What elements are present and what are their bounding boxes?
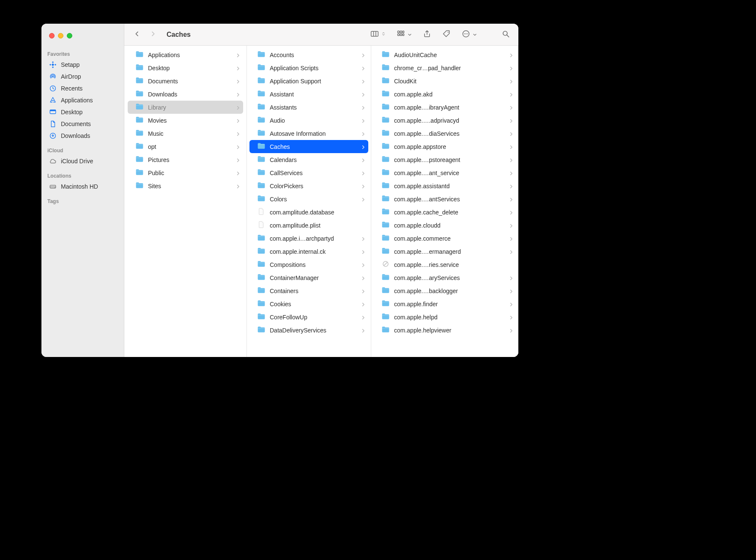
- list-item[interactable]: Applications: [128, 48, 243, 61]
- list-item[interactable]: Caches: [249, 140, 368, 153]
- list-item[interactable]: Autosave Information: [249, 127, 368, 140]
- sidebar-item[interactable]: iCloud Drive: [41, 155, 124, 167]
- list-item[interactable]: Calendars: [249, 153, 368, 166]
- column-2[interactable]: AccountsApplication ScriptsApplication S…: [247, 46, 371, 357]
- folder-icon: [135, 168, 144, 177]
- zoom-button[interactable]: [67, 33, 72, 38]
- list-item[interactable]: chrome_cr…pad_handler: [374, 61, 515, 74]
- list-item[interactable]: com.amplitude.plist: [249, 219, 368, 232]
- list-item[interactable]: com.apple.appstore: [374, 140, 515, 153]
- list-item[interactable]: com.apple.internal.ck: [249, 245, 368, 258]
- list-item[interactable]: Compositions: [249, 258, 368, 271]
- list-item[interactable]: Assistant: [249, 88, 368, 101]
- sidebar-item[interactable]: Downloads: [41, 130, 124, 142]
- list-item[interactable]: com.apple.…antServices: [374, 192, 515, 206]
- folder-icon: [257, 195, 266, 203]
- list-item[interactable]: DataDeliveryServices: [249, 324, 368, 337]
- list-item-label: Cookies: [270, 301, 356, 307]
- sidebar-item[interactable]: Setapp: [41, 59, 124, 71]
- list-item[interactable]: com.apple.commerce: [374, 232, 515, 245]
- close-button[interactable]: [49, 33, 55, 38]
- list-item[interactable]: AudioUnitCache: [374, 48, 515, 61]
- folder-icon: [257, 63, 266, 72]
- list-item[interactable]: Application Support: [249, 74, 368, 88]
- more-actions-button[interactable]: [460, 28, 479, 41]
- list-item[interactable]: Movies: [128, 114, 243, 127]
- list-item[interactable]: Cookies: [249, 297, 368, 310]
- folder-icon: [257, 142, 266, 151]
- list-item[interactable]: com.apple.…ant_service: [374, 166, 515, 179]
- search-button[interactable]: [500, 28, 512, 41]
- folder-icon: [257, 116, 266, 125]
- list-item[interactable]: Music: [128, 127, 243, 140]
- list-item[interactable]: com.apple.finder: [374, 297, 515, 310]
- list-item[interactable]: Library: [128, 101, 243, 114]
- sidebar-item[interactable]: AirDrop: [41, 71, 124, 82]
- folder-icon: [381, 326, 390, 335]
- sidebar-item[interactable]: Macintosh HD: [41, 181, 124, 192]
- forward-button[interactable]: [147, 29, 159, 41]
- chevron-right-icon: [509, 249, 514, 254]
- folder-icon: [135, 90, 144, 99]
- list-item[interactable]: com.apple.….adprivacyd: [374, 114, 515, 127]
- list-item[interactable]: CloudKit: [374, 74, 515, 88]
- list-item[interactable]: Accounts: [249, 48, 368, 61]
- list-item[interactable]: com.apple.…diaServices: [374, 127, 515, 140]
- list-item[interactable]: CallServices: [249, 166, 368, 179]
- minimize-button[interactable]: [58, 33, 63, 38]
- cloud-icon: [49, 157, 57, 165]
- list-item[interactable]: Application Scripts: [249, 61, 368, 74]
- folder-icon: [257, 273, 266, 282]
- window-title: Caches: [167, 31, 191, 38]
- list-item[interactable]: com.apple.cache_delete: [374, 206, 515, 219]
- blocked-icon: [381, 260, 390, 269]
- list-item[interactable]: Desktop: [128, 61, 243, 74]
- share-button[interactable]: [421, 28, 433, 41]
- sidebar-section-title: iCloud: [41, 145, 124, 155]
- list-item[interactable]: com.apple.…aryServices: [374, 271, 515, 284]
- group-by-button[interactable]: [395, 28, 414, 41]
- list-item[interactable]: com.apple.helpviewer: [374, 324, 515, 337]
- column-3[interactable]: AudioUnitCachechrome_cr…pad_handlerCloud…: [371, 46, 518, 357]
- list-item[interactable]: com.apple.…ries.service: [374, 258, 515, 271]
- list-item[interactable]: com.apple.akd: [374, 88, 515, 101]
- list-item[interactable]: ContainerManager: [249, 271, 368, 284]
- list-item[interactable]: Downloads: [128, 88, 243, 101]
- list-item-label: com.apple.…pstoreagent: [394, 156, 504, 163]
- list-item[interactable]: ColorPickers: [249, 179, 368, 192]
- list-item[interactable]: com.apple.…backlogger: [374, 284, 515, 297]
- list-item[interactable]: Colors: [249, 192, 368, 206]
- list-item[interactable]: Public: [128, 166, 243, 179]
- tags-button[interactable]: [441, 28, 452, 41]
- sidebar-item[interactable]: Applications: [41, 94, 124, 106]
- list-item[interactable]: Assistants: [249, 101, 368, 114]
- list-item[interactable]: Audio: [249, 114, 368, 127]
- column-1[interactable]: ApplicationsDesktopDocumentsDownloadsLib…: [124, 46, 247, 357]
- list-item[interactable]: com.apple.helpd: [374, 310, 515, 324]
- list-item[interactable]: Pictures: [128, 153, 243, 166]
- list-item[interactable]: Containers: [249, 284, 368, 297]
- chevron-down-icon: [472, 31, 477, 38]
- list-item[interactable]: Sites: [128, 179, 243, 192]
- list-item[interactable]: CoreFollowUp: [249, 310, 368, 324]
- sidebar-item[interactable]: Recents: [41, 82, 124, 94]
- chevron-left-icon: [134, 30, 140, 39]
- list-item[interactable]: com.apple.…ermanagerd: [374, 245, 515, 258]
- list-item[interactable]: com.apple.…ibraryAgent: [374, 101, 515, 114]
- sidebar-item[interactable]: Desktop: [41, 106, 124, 118]
- list-item[interactable]: com.amplitude.database: [249, 206, 368, 219]
- chevron-right-icon: [509, 144, 514, 149]
- list-item[interactable]: opt: [128, 140, 243, 153]
- list-item[interactable]: com.apple.i…archpartyd: [249, 232, 368, 245]
- folder-icon: [381, 273, 390, 282]
- list-item[interactable]: com.apple.…pstoreagent: [374, 153, 515, 166]
- back-button[interactable]: [131, 29, 143, 41]
- sidebar-item[interactable]: Documents: [41, 118, 124, 130]
- list-item[interactable]: com.apple.assistantd: [374, 179, 515, 192]
- disk-icon: [49, 183, 57, 190]
- list-item[interactable]: Documents: [128, 74, 243, 88]
- sidebar-item-label: Setapp: [61, 61, 79, 68]
- list-item-label: DataDeliveryServices: [270, 327, 356, 334]
- list-item[interactable]: com.apple.cloudd: [374, 219, 515, 232]
- view-columns-button[interactable]: [369, 28, 387, 41]
